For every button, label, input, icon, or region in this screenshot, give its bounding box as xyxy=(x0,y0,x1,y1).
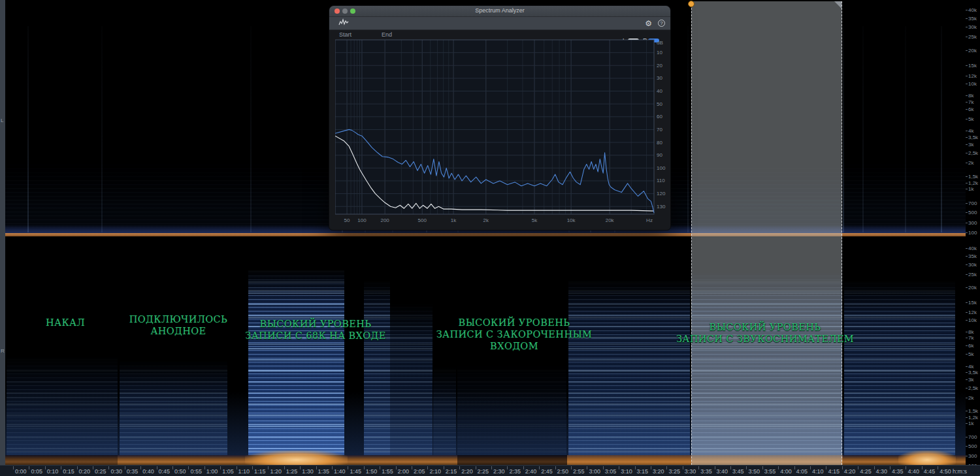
frequency-ruler-label: 2,5k xyxy=(968,150,978,156)
timeline-time-label: 1:15 xyxy=(254,468,266,475)
frequency-ruler-label: 500 xyxy=(968,210,977,215)
timeline-tick xyxy=(794,466,795,469)
ruler-tick xyxy=(966,388,968,389)
spectrum-analyzer-window[interactable]: Spectrum Analyzer ⚙ ? Start 00:03:32.677… xyxy=(329,5,671,230)
timeline-tick xyxy=(715,466,715,469)
timeline-tick xyxy=(523,466,524,469)
frequency-ruler-label: 12k xyxy=(968,309,977,315)
timeline-time-label: 4:45 xyxy=(924,468,936,475)
spectrogram-segment xyxy=(120,248,227,457)
timeline-tick xyxy=(890,466,890,469)
axis-tick-label: 110 xyxy=(657,178,665,183)
timeline-time-label: 2:10 xyxy=(429,468,441,475)
ruler-tick xyxy=(966,119,968,119)
timeline-tick xyxy=(698,466,699,469)
timeline-tick xyxy=(316,466,317,469)
ruler-tick xyxy=(966,332,968,332)
frequency-ruler-label: 6k xyxy=(968,106,973,112)
axis-tick-label: dB xyxy=(657,40,663,46)
axis-tick-label: 100 xyxy=(357,217,367,223)
spectrogram-segment xyxy=(433,248,456,457)
spectrum-plot[interactable]: dB10203040506070809010011012013050100200… xyxy=(335,39,672,228)
timeline-tick xyxy=(922,466,923,469)
axis-tick-label: 10 xyxy=(657,50,662,56)
settings-gear-icon[interactable]: ⚙ xyxy=(645,19,652,28)
frequency-ruler-label: 1k xyxy=(968,186,973,192)
timeline-tick xyxy=(45,466,46,469)
timeline-tick xyxy=(172,466,173,469)
ruler-tick xyxy=(966,437,968,437)
timeline-time-label: 1:00 xyxy=(206,468,218,475)
timeline-time-label: 0:20 xyxy=(79,468,91,475)
ruler-tick xyxy=(966,320,968,321)
timeline-time-label: 0:55 xyxy=(190,468,202,475)
frequency-ruler-label: 3,5k xyxy=(968,370,978,375)
ruler-tick xyxy=(966,176,968,177)
time-selection[interactable] xyxy=(691,1,842,465)
selection-start-marker[interactable] xyxy=(688,1,694,7)
help-icon[interactable]: ? xyxy=(658,20,665,27)
timeline-tick xyxy=(619,466,619,469)
timeline-time-label: 1:35 xyxy=(318,468,330,475)
spectrogram-segment xyxy=(457,248,566,457)
selection-resize-handle[interactable] xyxy=(834,1,841,8)
timeline-time-label: 0:10 xyxy=(47,468,59,475)
axis-tick-label: 50 xyxy=(657,101,662,107)
spectrogram-annotation: НАКАЛ xyxy=(46,317,85,328)
timeline-tick xyxy=(157,466,157,469)
frequency-ruler-label: 10k xyxy=(968,317,977,323)
timeline-time-label: 0:30 xyxy=(110,468,122,475)
window-titlebar[interactable]: Spectrum Analyzer xyxy=(329,6,670,17)
orange-band-dim-patch xyxy=(5,455,118,465)
ruler-tick xyxy=(966,264,968,265)
timeline-time-label: 4:10 xyxy=(812,468,824,475)
timeline-time-label: 3:50 xyxy=(748,468,760,475)
timeline-time-label: 3:30 xyxy=(685,468,696,475)
timeline-time-label: 3:20 xyxy=(653,468,664,475)
frequency-ruler-label: 35k xyxy=(968,253,977,259)
timeline-time-label: 0:25 xyxy=(95,468,106,475)
ruler-tick xyxy=(966,456,968,456)
frequency-ruler-label: 7k xyxy=(968,335,973,341)
timeline-tick xyxy=(140,466,141,469)
ruler-tick xyxy=(966,50,968,51)
right-channel-label: R xyxy=(1,348,5,354)
timeline-ruler[interactable]: 0:000:050:100:150:200:250:300:350:400:45… xyxy=(0,465,980,476)
orange-band-hot-patch xyxy=(898,451,956,466)
axis-tick-label: 2k xyxy=(483,217,489,223)
timeline-tick xyxy=(651,466,651,469)
timeline-time-label: 0:50 xyxy=(174,468,186,475)
ruler-tick xyxy=(966,153,968,153)
timeline-tick xyxy=(826,466,826,469)
audio-editor-screen: L R НАКАЛПОДКЛЮЧИЛОСЬАНОДНОЕВЫСОКИЙ УРОВ… xyxy=(0,0,980,476)
ruler-tick xyxy=(966,232,968,233)
ruler-tick xyxy=(966,417,968,418)
frequency-ruler-label: 700 xyxy=(968,200,977,206)
ruler-tick xyxy=(966,345,968,346)
spectrogram-segment xyxy=(7,248,118,457)
frequency-ruler-label: 8k xyxy=(968,93,973,99)
timeline-tick xyxy=(77,466,78,469)
timeline-time-label: 0:15 xyxy=(63,468,74,475)
spectrum-icon[interactable] xyxy=(338,18,349,29)
timeline-tick xyxy=(108,466,109,469)
timeline-tick xyxy=(396,466,397,469)
frequency-ruler-label: 1,2k xyxy=(968,415,978,420)
timeline-time-label: 2:15 xyxy=(446,468,457,475)
spectrogram-event-line xyxy=(27,26,29,232)
timeline-tick xyxy=(906,466,906,469)
timeline-time-label: 4:00 xyxy=(780,468,792,475)
start-label: Start xyxy=(339,31,351,38)
timeline-tick xyxy=(380,466,380,469)
ruler-tick xyxy=(966,312,968,313)
ruler-tick xyxy=(966,423,968,424)
axis-tick-label: 200 xyxy=(380,217,389,223)
timeline-time-label: 4:25 xyxy=(860,468,872,475)
timeline-tick xyxy=(364,466,365,469)
axis-tick-label: 1k xyxy=(451,217,457,223)
ruler-tick xyxy=(966,372,968,373)
timeline-tick xyxy=(300,466,301,469)
ruler-tick xyxy=(966,65,968,66)
ruler-tick xyxy=(966,338,968,338)
frequency-ruler-label: 20k xyxy=(968,48,977,54)
